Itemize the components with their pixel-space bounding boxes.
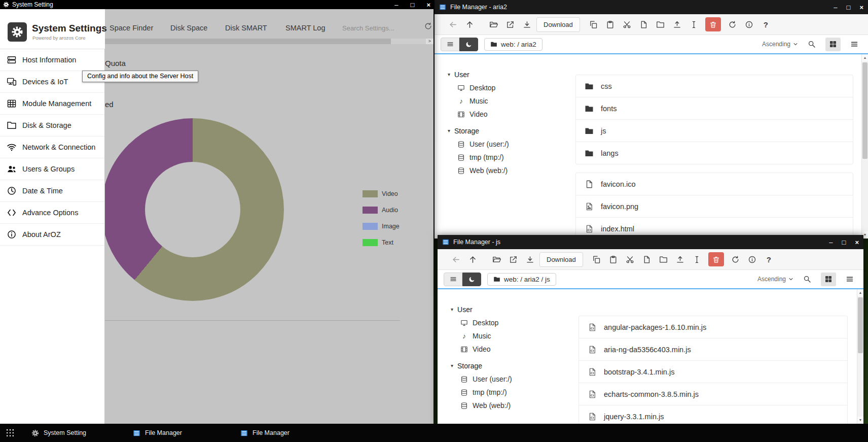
list-view-button[interactable] [847,38,862,51]
rename-button[interactable] [685,15,702,33]
tree-item-web-drive[interactable]: Web (web:/) [451,399,578,412]
download-icon-button[interactable] [519,15,535,33]
delete-button[interactable] [708,252,724,266]
scroll-up-button[interactable]: ▲ [862,54,868,61]
menu-button[interactable] [444,273,462,286]
menu-button[interactable] [441,38,459,51]
maximize-button[interactable]: □ [411,2,415,8]
sidebar-item-about-aroz[interactable]: About ArOZ [0,224,104,246]
search-button[interactable] [800,273,815,286]
help-button[interactable]: ? [761,250,777,268]
vertical-scrollbar[interactable]: ▲ ▼ [857,289,863,424]
cut-button[interactable] [619,15,635,33]
tree-item-music[interactable]: ♪Music [448,94,575,108]
sidebar-item-advance-options[interactable]: Advance Options [0,202,104,224]
back-button[interactable] [445,15,461,33]
tree-item-tmp-drive[interactable]: tmp (tmp:/) [448,151,575,164]
file-row[interactable]: echarts-common-3.8.5.min.js [578,383,848,405]
scrollbar-thumb[interactable] [862,62,867,159]
taskbar-item-file-manager-2[interactable]: File Manager [240,424,290,442]
open-folder-button[interactable] [485,15,502,33]
upload-button[interactable] [672,250,689,268]
info-button[interactable] [741,15,757,33]
horizontal-scrollbar[interactable]: > [105,39,433,44]
back-button[interactable] [448,250,464,268]
sidebar-item-disk-storage[interactable]: Disk & Storage [0,115,104,137]
tree-item-music[interactable]: ♪Music [451,329,578,343]
tree-group-storage[interactable]: ▾Storage [451,359,578,372]
tree-item-video[interactable]: Video [451,343,578,356]
file-row[interactable]: aria-ng-da5356c403.min.js [578,338,848,361]
download-icon-button[interactable] [522,250,538,268]
tree-item-user-drive[interactable]: User (user:/) [448,138,575,151]
tree-group-user[interactable]: ▾User [451,302,578,316]
breadcrumb[interactable]: web: / aria2 [484,38,542,51]
tab-space-finder[interactable]: Space Finder [110,23,153,33]
cut-button[interactable] [622,250,638,268]
grid-view-button[interactable] [821,273,836,286]
sort-dropdown[interactable]: Ascending [757,276,793,283]
file-row[interactable]: favicon.ico [575,173,853,195]
app-launcher-icon[interactable] [5,428,15,438]
new-folder-button[interactable] [655,250,672,268]
close-button[interactable]: × [426,2,430,8]
delete-button[interactable] [705,17,721,31]
tab-smart-log[interactable]: SMART Log [285,23,325,33]
minimize-button[interactable]: – [829,239,833,246]
taskbar-item-file-manager-1[interactable]: File Manager [133,424,182,442]
open-folder-button[interactable] [488,250,505,268]
refresh-button[interactable] [727,250,744,268]
open-external-button[interactable] [505,250,522,268]
tree-group-storage[interactable]: ▾Storage [448,124,575,138]
up-button[interactable] [461,15,478,33]
dark-mode-button[interactable] [459,38,478,51]
breadcrumb[interactable]: web: / aria2 / js [487,273,556,286]
copy-button[interactable] [585,15,602,33]
close-button[interactable]: × [859,4,863,11]
titlebar[interactable]: File Manager - js – □ × [438,235,863,249]
new-file-button[interactable] [635,15,652,33]
rename-button[interactable] [689,250,705,268]
tree-group-user[interactable]: ▾User [448,67,575,81]
tree-item-video[interactable]: Video [448,108,575,121]
scroll-down-button[interactable]: ▼ [857,417,863,424]
scrollbar-thumb[interactable] [105,39,391,44]
tree-item-user-drive[interactable]: User (user:/) [451,372,578,386]
paste-button[interactable] [602,15,619,33]
download-button[interactable]: Download [536,17,580,32]
vertical-scrollbar[interactable]: ▲ ▼ [861,54,868,239]
sidebar-item-network-connection[interactable]: Network & Connection [0,137,104,158]
scroll-up-button[interactable]: ▲ [857,289,863,296]
folder-row[interactable]: fonts [575,97,853,120]
scroll-right-button[interactable]: > [426,39,433,44]
up-button[interactable] [464,250,481,268]
file-row[interactable]: angular-packages-1.6.10.min.js [578,316,848,338]
new-file-button[interactable] [638,250,655,268]
tree-item-tmp-drive[interactable]: tmp (tmp:/) [451,386,578,399]
maximize-button[interactable]: □ [847,4,851,11]
sidebar-item-module-management[interactable]: Module Management [0,93,104,115]
paste-button[interactable] [605,250,622,268]
minimize-button[interactable]: – [394,2,398,8]
titlebar[interactable]: System Setting – □ × [0,0,433,9]
new-folder-button[interactable] [652,15,669,33]
upload-button[interactable] [669,15,685,33]
settings-search-input[interactable] [342,23,423,33]
file-row[interactable]: favicon.png [575,195,853,218]
download-button[interactable]: Download [539,252,583,267]
help-button[interactable]: ? [757,15,774,33]
info-button[interactable] [744,250,761,268]
sort-dropdown[interactable]: Ascending [762,41,798,48]
search-button[interactable] [804,38,819,51]
titlebar[interactable]: File Manager - aria2 – □ × [435,0,868,14]
close-button[interactable]: × [855,239,859,246]
refresh-icon[interactable] [424,22,432,30]
copy-button[interactable] [588,250,605,268]
tree-item-web-drive[interactable]: Web (web:/) [448,164,575,177]
scrollbar-thumb[interactable] [858,297,863,353]
folder-row[interactable]: langs [575,142,853,164]
tree-item-desktop[interactable]: Desktop [448,81,575,94]
taskbar-item-system-setting[interactable]: System Setting [31,424,86,442]
file-row[interactable]: bootstrap-3.4.1.min.js [578,360,848,383]
sidebar-item-date-time[interactable]: Date & Time [0,180,104,202]
